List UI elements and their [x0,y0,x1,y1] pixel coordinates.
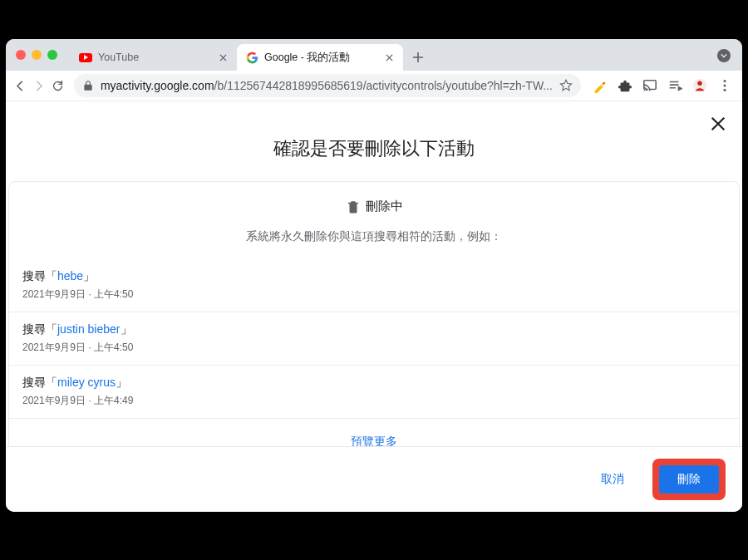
bookmark-star-icon[interactable] [559,79,573,92]
playlist-icon[interactable] [667,78,682,93]
close-dialog-button[interactable] [709,115,727,136]
tab-title: YouTube [98,52,211,63]
profile-avatar[interactable] [692,78,707,93]
svg-point-5 [723,84,726,86]
activity-item: 搜尋「justin bieber」 2021年9月9日 · 上午4:50 [9,312,739,366]
window-controls [16,50,57,60]
url-input[interactable]: myactivity.google.com/b/1125674428189956… [74,74,581,97]
svg-point-4 [723,80,726,82]
card-header: 刪除中 [9,182,739,229]
lock-icon [82,80,94,91]
dialog-title: 確認是否要刪除以下活動 [6,136,742,161]
cast-icon[interactable] [642,78,657,93]
trash-icon [346,199,361,214]
tab-title: Google - 我的活動 [264,51,377,65]
activity-item-meta: 2021年9月9日 · 上午4:50 [22,341,726,355]
activity-item-title: 搜尋「miley cyrus」 [22,376,726,391]
search-query-link[interactable]: justin bieber [57,322,121,336]
page-content: 確認是否要刪除以下活動 刪除中 系統將永久刪除你與這項搜尋相符的活動，例如： 搜… [6,101,742,446]
extensions-puzzle-icon[interactable] [618,78,632,93]
tab-google-activity[interactable]: Google - 我的活動 [237,44,403,71]
extension-broom-icon[interactable] [593,78,608,93]
svg-point-6 [723,89,726,91]
activity-item-meta: 2021年9月9日 · 上午4:49 [22,394,726,408]
activity-item: 搜尋「miley cyrus」 2021年9月9日 · 上午4:49 [9,366,739,419]
extension-icons [593,78,732,93]
activity-card: 刪除中 系統將永久刪除你與這項搜尋相符的活動，例如： 搜尋「hebe」 2021… [8,181,740,446]
cancel-button[interactable]: 取消 [583,465,642,494]
minimize-window-button[interactable] [32,50,42,60]
menu-dots-icon[interactable] [717,78,732,93]
activity-item-title: 搜尋「justin bieber」 [22,322,726,337]
delete-button[interactable]: 刪除 [659,465,719,494]
dialog-footer: 取消 刪除 [6,446,742,512]
svg-point-1 [644,90,646,91]
activity-item-meta: 2021年9月9日 · 上午4:50 [22,287,726,302]
maximize-window-button[interactable] [47,50,57,60]
address-bar: myactivity.google.com/b/1125674428189956… [6,71,742,101]
reload-button[interactable] [50,74,66,97]
browser-window: YouTube Google - 我的活動 [6,39,742,512]
card-subtitle: 系統將永久刪除你與這項搜尋相符的活動，例如： [9,229,739,244]
svg-point-3 [697,81,701,86]
forward-button[interactable] [32,74,47,97]
tab-dropdown-icon[interactable] [717,49,731,62]
preview-more: 預覽更多 [9,419,739,447]
tabs-container: YouTube Google - 我的活動 [71,39,430,71]
google-favicon [245,51,258,64]
search-query-link[interactable]: miley cyrus [57,376,116,389]
search-query-link[interactable]: hebe [57,269,83,282]
close-tab-icon[interactable] [383,52,395,63]
activity-item: 搜尋「hebe」 2021年9月9日 · 上午4:50 [9,259,739,312]
close-tab-icon[interactable] [217,52,229,63]
back-button[interactable] [12,74,28,97]
delete-button-highlight: 刪除 [652,459,726,500]
youtube-favicon [79,51,92,64]
activity-item-title: 搜尋「hebe」 [22,269,726,284]
tab-bar: YouTube Google - 我的活動 [6,39,742,71]
preview-more-link[interactable]: 預覽更多 [351,435,397,447]
close-window-button[interactable] [16,50,26,60]
new-tab-button[interactable] [406,46,430,69]
deleting-label: 刪除中 [366,199,403,214]
url-text: myactivity.google.com/b/1125674428189956… [101,79,553,92]
tab-youtube[interactable]: YouTube [71,44,237,71]
